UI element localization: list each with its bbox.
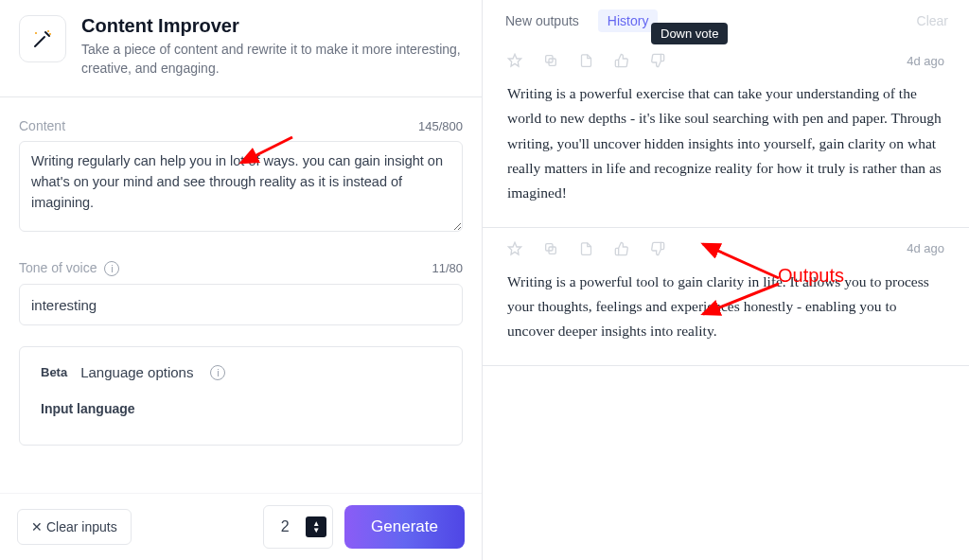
app-icon <box>19 15 66 62</box>
tone-input[interactable] <box>19 284 463 325</box>
app-header: Content Improver Take a piece of content… <box>0 0 482 97</box>
left-panel: Content Improver Take a piece of content… <box>0 0 483 560</box>
output-count-box[interactable]: 2 ▲ ▼ <box>263 505 333 549</box>
info-icon[interactable]: i <box>104 261 119 276</box>
document-icon[interactable] <box>579 241 593 256</box>
footer-bar: ✕ Clear inputs 2 ▲ ▼ Generate <box>0 493 482 560</box>
info-icon[interactable]: i <box>210 365 225 380</box>
downvote-tooltip: Down vote <box>651 23 728 44</box>
star-icon[interactable] <box>507 241 522 256</box>
tone-counter: 11/80 <box>432 261 463 275</box>
language-options-label: Language options <box>80 364 193 380</box>
copy-icon[interactable] <box>543 53 558 68</box>
annotation-arrow-icon <box>234 132 300 170</box>
clear-outputs-link[interactable]: Clear <box>917 13 948 28</box>
copy-icon[interactable] <box>543 241 558 256</box>
generate-button[interactable]: Generate <box>344 505 465 549</box>
beta-badge: Beta <box>41 365 67 379</box>
svg-line-12 <box>703 284 779 314</box>
output-time: 4d ago <box>907 241 944 255</box>
output-count-value: 2 <box>264 518 306 535</box>
svg-line-14 <box>241 137 292 163</box>
thumbs-up-icon[interactable] <box>614 53 629 68</box>
content-label: Content <box>19 118 65 133</box>
svg-line-10 <box>703 244 779 278</box>
thumbs-up-icon[interactable] <box>614 241 629 256</box>
chevron-down-icon: ▼ <box>312 527 320 534</box>
document-icon[interactable] <box>579 53 593 68</box>
tab-new-outputs[interactable]: New outputs <box>503 9 581 32</box>
svg-marker-3 <box>508 54 520 66</box>
tab-history[interactable]: History <box>598 9 659 32</box>
svg-point-1 <box>49 33 51 35</box>
svg-point-2 <box>35 32 37 34</box>
svg-marker-6 <box>508 242 520 254</box>
output-card: 4d ago Writing is a powerful exercise th… <box>483 40 969 228</box>
annotation-arrow-icon <box>696 280 785 322</box>
close-icon: ✕ <box>31 519 43 534</box>
app-title: Content Improver <box>81 15 463 37</box>
annotation-arrow-icon <box>696 238 785 286</box>
content-counter: 145/800 <box>418 119 463 133</box>
annotation-label: Outputs <box>778 265 844 287</box>
svg-point-0 <box>47 30 49 32</box>
clear-inputs-label: Clear inputs <box>46 519 117 534</box>
output-time: 4d ago <box>907 54 944 68</box>
tone-label: Tone of voice i <box>19 260 119 276</box>
thumbs-down-icon[interactable] <box>650 241 665 256</box>
language-options-block: Beta Language options i Input language <box>19 346 463 446</box>
app-description: Take a piece of content and rewrite it t… <box>81 41 463 78</box>
output-text: Writing is a powerful exercise that can … <box>507 81 944 206</box>
clear-inputs-button[interactable]: ✕ Clear inputs <box>17 509 132 545</box>
thumbs-down-icon[interactable] <box>650 53 665 68</box>
input-language-label: Input language <box>41 401 441 416</box>
count-stepper[interactable]: ▲ ▼ <box>306 516 326 537</box>
star-icon[interactable] <box>507 53 522 68</box>
